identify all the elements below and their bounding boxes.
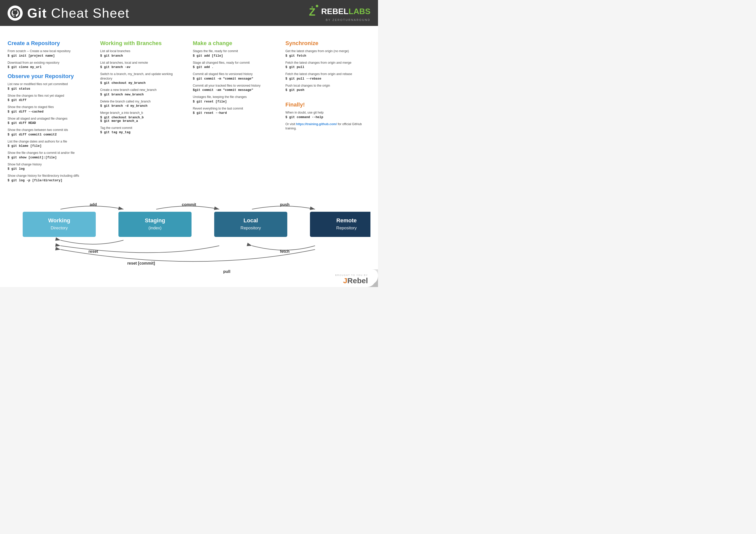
main-content: Create a Repository From scratch -- Crea… — [0, 26, 378, 193]
column-4: Synchronize Get the latest changes from … — [285, 34, 371, 188]
local-repo-label2: Repository — [240, 226, 261, 230]
entry-git-add-file: Stages the file, ready for commit $ git … — [193, 49, 278, 58]
entry-git-add-file-desc: Stages the file, ready for commit — [193, 49, 278, 54]
entry-git-reset-hard-desc: Revert everything to the last commit — [193, 107, 278, 111]
entry-git-commit-am: Commit all your tracked files to version… — [193, 84, 278, 92]
entry-git-add-all-desc: Stage all changed files, ready for commi… — [193, 61, 278, 65]
section-title-make-change: Make a change — [193, 40, 278, 47]
section-title-working-branches: Working with Branches — [100, 40, 185, 47]
entry-git-log-p-cmd: $ git log -p [file/directory] — [8, 179, 93, 182]
entry-git-tag-cmd: $ git tag my_tag — [100, 131, 185, 134]
working-directory-box — [23, 212, 96, 237]
entry-git-branch-cmd: $ git branch — [100, 54, 185, 58]
entry-git-reset-file-cmd: $ git reset [file] — [193, 100, 278, 103]
rebel-labs-logo: Ż REBELLABS by ZEROTURNAROUND — [309, 5, 370, 21]
entry-git-log: Show full change history $ git log — [8, 163, 93, 171]
diagram-section: add commit push Working Directory Stagin… — [0, 193, 378, 287]
github-logo — [8, 6, 23, 21]
section-title-observe-repo: Observe your Repository — [8, 73, 93, 80]
entry-git-checkout: Switch to a branch, my_branch, and updat… — [100, 72, 185, 85]
entry-git-commit-m-cmd: $ git commit -m "commit message" — [193, 77, 278, 81]
entry-github-training-desc: Or visit https://training.github.com/ fo… — [285, 122, 371, 131]
octocat-icon — [10, 8, 21, 19]
entry-git-diff-cmd: $ git diff — [8, 98, 93, 102]
staging-label1: Staging — [145, 217, 165, 224]
working-directory-label2: Directory — [51, 226, 68, 230]
entry-git-branch-av-cmd: $ git branch -av — [100, 65, 185, 69]
entry-git-branch-delete-desc: Delete the branch called my_branch — [100, 99, 185, 104]
entry-git-show: Show the file changes for a commit id an… — [8, 151, 93, 159]
remote-repo-label1: Remote — [337, 217, 357, 224]
entry-git-add-all: Stage all changed files, ready for commi… — [193, 61, 278, 69]
entry-git-log-desc: Show full change history — [8, 163, 93, 167]
entry-git-diff-commits: Show the changes between two commit ids … — [8, 128, 93, 137]
entry-github-training: Or visit https://training.github.com/ fo… — [285, 122, 371, 131]
section-title-create-repo: Create a Repository — [8, 40, 93, 47]
entry-git-diff-desc: Show the changes to files not yet staged — [8, 94, 93, 98]
entry-git-reset-hard-cmd: $ git reset --hard — [193, 111, 278, 115]
reset-commit-arrow — [61, 246, 219, 253]
entry-git-branch-new-cmd: $ git branch new_branch — [100, 93, 185, 96]
local-repo-label1: Local — [243, 217, 258, 224]
entry-git-log-p-desc: Show change history for file/directory i… — [8, 174, 93, 178]
entry-git-log-p: Show change history for file/directory i… — [8, 174, 93, 182]
entry-git-fetch-desc: Get the latest changes from origin (no m… — [285, 49, 371, 54]
entry-git-help-desc: When in doubt, use git help — [285, 111, 371, 115]
entry-git-reset-file: Unstages file, keeping the file changes … — [193, 95, 278, 103]
entry-git-commit-am-cmd: $git commit -am "commit message" — [193, 89, 278, 92]
entry-git-fetch: Get the latest changes from origin (no m… — [285, 49, 371, 58]
entry-git-commit-m-desc: Commit all staged files to versioned his… — [193, 72, 278, 77]
svg-point-1 — [316, 5, 318, 7]
entry-git-merge-desc: Merge branch_a into branch_b — [100, 111, 185, 115]
entry-git-diff-head: Show all staged and unstaged file change… — [8, 116, 93, 125]
entry-git-blame-cmd: $ git blame [file] — [8, 144, 93, 148]
entry-git-push-desc: Push local changes to the origin — [285, 84, 371, 88]
reset-arrow — [61, 240, 123, 244]
entry-git-merge-cmd: $ git checkout branch_b$ git merge branc… — [100, 116, 185, 123]
header-title: Git Cheat Sheet — [27, 6, 129, 21]
entry-git-add-file-cmd: $ git add [file] — [193, 54, 278, 58]
entry-git-pull: Fetch the latest changes from origin and… — [285, 61, 371, 69]
entry-git-branch-delete: Delete the branch called my_branch $ git… — [100, 99, 185, 108]
entry-git-show-desc: Show the file changes for a commit id an… — [8, 151, 93, 155]
entry-git-tag: Tag the current commit $ git tag my_tag — [100, 126, 185, 135]
page-curl — [360, 269, 378, 287]
section-title-synchronize: Synchronize — [285, 40, 371, 47]
entry-git-pull-rebase-desc: Fetch the latest changes from origin and… — [285, 72, 371, 77]
entry-git-fetch-cmd: $ git fetch — [285, 54, 371, 58]
entry-git-branch-desc: List all local branches — [100, 49, 185, 54]
entry-git-diff-commits-desc: Show the changes between two commit ids — [8, 128, 93, 132]
entry-git-tag-desc: Tag the current commit — [100, 126, 185, 130]
svg-text:Ż: Ż — [309, 6, 315, 16]
entry-git-reset-file-desc: Unstages file, keeping the file changes — [193, 95, 278, 99]
entry-git-status-desc: List new or modified files not yet commi… — [8, 82, 93, 87]
entry-git-init-cmd: $ git init [project name] — [8, 54, 93, 58]
entry-git-log-cmd: $ git log — [8, 167, 93, 171]
rebel-labs-text: REBELLABS — [321, 7, 370, 16]
header: Git Cheat Sheet Ż REBELLABS by ZEROTURNA… — [0, 0, 378, 26]
entry-git-init: From scratch -- Create a new local repos… — [8, 49, 93, 58]
entry-git-diff-commits-cmd: $ git diff commit1 commit2 — [8, 133, 93, 137]
entry-git-show-cmd: $ git show [commit]:[file] — [8, 156, 93, 159]
entry-git-init-desc: From scratch -- Create a new local repos… — [8, 49, 93, 54]
local-repo-box — [214, 212, 287, 237]
entry-git-diff-head-cmd: $ git diff HEAD — [8, 121, 93, 125]
entry-git-add-all-cmd: $ git add . — [193, 65, 278, 69]
rebel-labs-sub: by ZEROTURNAROUND — [326, 18, 370, 21]
reset-commit-label: reset [commit] — [127, 261, 155, 266]
entry-git-pull-cmd: $ git pull — [285, 65, 371, 69]
github-training-link[interactable]: https://training.github.com/ — [296, 122, 337, 126]
entry-git-diff-cached-desc: Show the changes to staged files — [8, 105, 93, 110]
entry-git-pull-desc: Fetch the latest changes from origin and… — [285, 61, 371, 65]
entry-git-status-cmd: $ git status — [8, 87, 93, 90]
entry-git-branch-av: List all branches, local and remote $ gi… — [100, 61, 185, 69]
entry-git-branch-av-desc: List all branches, local and remote — [100, 61, 185, 65]
entry-git-commit-m: Commit all staged files to versioned his… — [193, 72, 278, 81]
pull-label: pull — [223, 269, 230, 274]
entry-git-diff-cached-cmd: $ git diff --cached — [8, 110, 93, 114]
entry-git-clone-cmd: $ git clone my_url — [8, 65, 93, 69]
entry-git-clone-desc: Download from an existing repository — [8, 61, 93, 65]
staging-label2: (index) — [148, 226, 162, 230]
entry-git-diff-head-desc: Show all staged and unstaged file change… — [8, 116, 93, 121]
entry-git-push: Push local changes to the origin $ git p… — [285, 84, 371, 92]
